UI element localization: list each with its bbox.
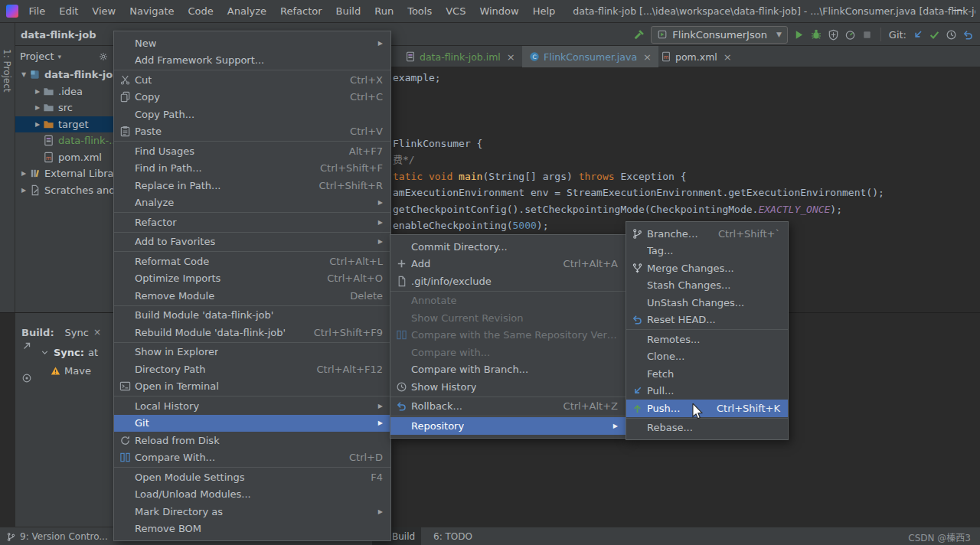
menu-item-remove-bom[interactable]: Remove BOM <box>114 521 390 538</box>
menu-item-git-info-exclude[interactable]: .git/info/exclude <box>390 272 626 290</box>
close-tab-icon[interactable]: × <box>507 51 515 63</box>
tree-item-target[interactable]: ▶target <box>15 116 113 133</box>
menu-item-reload-from-disk[interactable]: Reload from Disk <box>114 432 390 449</box>
menu-item-clone[interactable]: Clone... <box>626 348 788 366</box>
menubar-item-view[interactable]: View <box>85 5 122 17</box>
tree-item-external-libra[interactable]: ▶External Libra... <box>15 165 113 182</box>
menu-item-mark-directory-as[interactable]: Mark Directory as▶ <box>114 503 390 521</box>
tree-item-src[interactable]: ▶src <box>15 100 113 116</box>
close-icon[interactable]: × <box>93 327 101 338</box>
menu-item-git[interactable]: Git▶ <box>114 415 390 432</box>
editor-tab-flinkconsumer-java[interactable]: CFlinkConsumer.java× <box>522 46 658 67</box>
breadcrumb[interactable]: data-flink-job <box>21 29 96 41</box>
menu-item-repository[interactable]: Repository▶ <box>390 417 626 435</box>
tree-item-data-flink[interactable]: data-flink-... <box>15 132 113 149</box>
menu-item-merge-changes[interactable]: Merge Changes... <box>626 259 788 277</box>
commit-button[interactable] <box>929 29 940 41</box>
menu-item-add-framework-support[interactable]: Add Framework Support... <box>114 52 390 70</box>
menu-item-reset-head[interactable]: Reset HEAD... <box>626 312 788 329</box>
tree-item-data-flink-job[interactable]: ▼data-flink-job <box>15 67 113 83</box>
menu-item-push[interactable]: Push...Ctrl+Shift+K <box>626 400 788 417</box>
debug-button[interactable] <box>810 28 822 41</box>
menu-item-show-in-explorer[interactable]: Show in Explorer <box>114 344 390 361</box>
menu-item-copy[interactable]: CopyCtrl+C <box>114 89 390 106</box>
menu-item-pull[interactable]: Pull... <box>626 383 788 400</box>
statusbar-version-control[interactable]: 9: Version Contro... <box>6 527 108 545</box>
menubar-item-build[interactable]: Build <box>329 5 368 17</box>
navigation-bar[interactable]: data-flink-job <box>6 23 96 46</box>
menu-item-local-history[interactable]: Local History▶ <box>114 397 390 415</box>
menu-item-directory-path[interactable]: Directory PathCtrl+Alt+F12 <box>114 361 390 378</box>
menu-item-copy-path[interactable]: Copy Path... <box>114 106 390 123</box>
close-tab-icon[interactable]: × <box>643 51 652 63</box>
menu-item-compare-with-branch[interactable]: Compare with Branch... <box>390 361 626 379</box>
build-tree-row[interactable]: Mave <box>51 362 91 379</box>
run-configurations-select[interactable]: FlinkConsumerJson▼ <box>651 26 787 44</box>
menu-item-add-to-favorites[interactable]: Add to Favorites▶ <box>114 233 390 251</box>
menu-item-analyze[interactable]: Analyze▶ <box>114 194 390 212</box>
menu-item-build-module-data-flink-job[interactable]: Build Module 'data-flink-job' <box>114 307 390 325</box>
build-project-button[interactable] <box>632 28 645 41</box>
sidebar-item-project[interactable]: 1: Project <box>2 49 12 93</box>
menu-item-show-history[interactable]: Show History <box>390 378 626 396</box>
menu-item-rollback[interactable]: Rollback...Ctrl+Alt+Z <box>390 398 626 416</box>
revert-button[interactable] <box>962 29 974 41</box>
menu-item-open-in-terminal[interactable]: Open in Terminal <box>114 378 390 396</box>
menubar-item-tools[interactable]: Tools <box>400 5 439 17</box>
menu-item-remove-module[interactable]: Remove ModuleDelete <box>114 287 390 305</box>
menu-item-find-in-path[interactable]: Find in Path...Ctrl+Shift+F <box>114 160 390 178</box>
menu-item-rebuild-module-data-flink-job[interactable]: Rebuild Module 'data-flink-job'Ctrl+Shif… <box>114 324 390 341</box>
menubar-item-help[interactable]: Help <box>526 5 563 17</box>
menu-item-open-module-settings[interactable]: Open Module SettingsF4 <box>114 468 390 486</box>
menubar-item-analyze[interactable]: Analyze <box>220 5 273 17</box>
tree-item-pom-xml[interactable]: mpom.xml <box>15 149 113 166</box>
locate-icon[interactable] <box>21 373 32 383</box>
minimize-button[interactable]: — <box>952 3 963 15</box>
coverage-button[interactable] <box>828 29 839 41</box>
menu-item-optimize-imports[interactable]: Optimize ImportsCtrl+Alt+O <box>114 270 390 288</box>
build-tree-row[interactable]: Sync: at <box>40 344 98 361</box>
project-view-header[interactable]: Project ▾ <box>15 46 113 67</box>
build-tab-sync[interactable]: Sync × <box>65 327 101 338</box>
menubar-item-run[interactable]: Run <box>368 5 400 17</box>
menu-item-rebase[interactable]: Rebase... <box>626 419 788 437</box>
menu-item-load-unload-modules[interactable]: Load/Unload Modules... <box>114 486 390 504</box>
project-context-menu: New▶Add Framework Support...CutCtrl+XCop… <box>113 31 391 541</box>
stop-button[interactable] <box>861 29 873 41</box>
menu-item-unstash-changes[interactable]: UnStash Changes... <box>626 294 788 312</box>
close-tab-icon[interactable]: × <box>724 51 732 63</box>
menu-item-fetch[interactable]: Fetch <box>626 365 788 383</box>
tree-item-idea[interactable]: ▶.idea <box>15 83 113 100</box>
menu-item-reformat-code[interactable]: Reformat CodeCtrl+Alt+L <box>114 253 390 270</box>
tree-item-scratches-and[interactable]: ▶Scratches and... <box>15 182 113 199</box>
statusbar-todo[interactable]: 6: TODO <box>433 527 472 545</box>
update-project-button[interactable] <box>912 29 923 41</box>
editor-tab-pom-xml[interactable]: mpom.xml× <box>654 46 739 67</box>
menubar-item-window[interactable]: Window <box>472 5 525 17</box>
rerun-sync-icon[interactable] <box>21 341 32 351</box>
menu-item-new[interactable]: New▶ <box>114 34 390 52</box>
menu-item-paste[interactable]: PasteCtrl+V <box>114 123 390 141</box>
menubar-item-edit[interactable]: Edit <box>52 5 85 17</box>
menu-item-find-usages[interactable]: Find UsagesAlt+F7 <box>114 142 390 160</box>
menu-item-branches[interactable]: Branches...Ctrl+Shift+` <box>626 225 788 243</box>
menubar-item-navigate[interactable]: Navigate <box>122 5 181 17</box>
menu-item-refactor[interactable]: Refactor▶ <box>114 214 390 231</box>
menu-item-compare-with[interactable]: Compare With...Ctrl+D <box>114 449 390 467</box>
menubar-item-vcs[interactable]: VCS <box>439 5 472 17</box>
menubar-item-file[interactable]: File <box>21 5 52 17</box>
menu-item-commit-directory[interactable]: Commit Directory... <box>390 238 626 256</box>
menu-item-replace-in-path[interactable]: Replace in Path...Ctrl+Shift+R <box>114 177 390 194</box>
gear-icon[interactable] <box>98 51 109 62</box>
editor-tab-data-flink-job-iml[interactable]: data-flink-job.iml× <box>398 46 522 67</box>
menubar-item-code[interactable]: Code <box>181 5 220 17</box>
run-button[interactable] <box>793 29 805 41</box>
menu-item-remotes[interactable]: Remotes... <box>626 331 788 348</box>
menu-item-cut[interactable]: CutCtrl+X <box>114 71 390 89</box>
menu-item-add[interactable]: AddCtrl+Alt+A <box>390 256 626 273</box>
profiler-button[interactable] <box>844 29 856 41</box>
show-history-button[interactable] <box>946 29 957 41</box>
menu-item-stash-changes[interactable]: Stash Changes... <box>626 277 788 295</box>
menubar-item-refactor[interactable]: Refactor <box>273 5 329 17</box>
menu-item-tag[interactable]: Tag... <box>626 243 788 260</box>
